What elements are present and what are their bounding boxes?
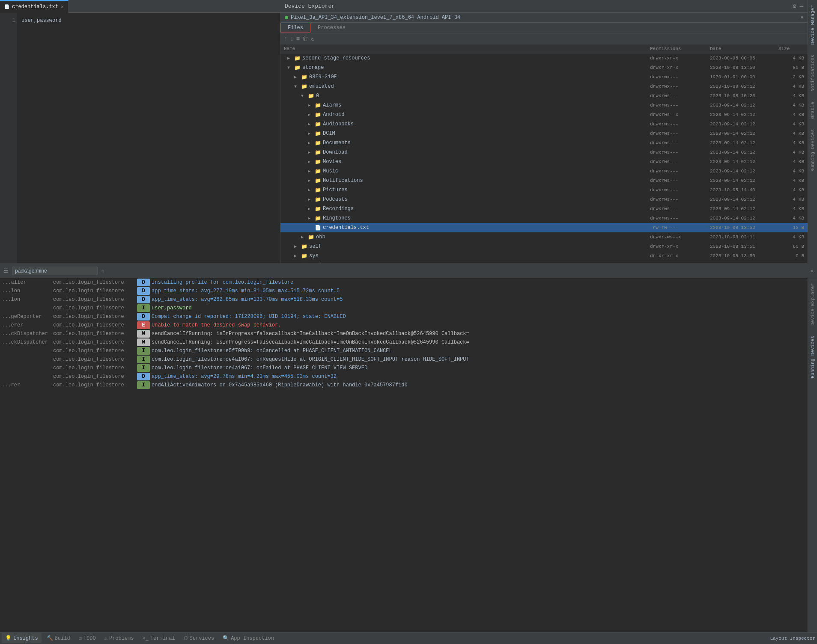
file-label[interactable]: system [309, 262, 328, 263]
file-label[interactable]: Download [323, 149, 348, 155]
file-label[interactable]: Movies [323, 159, 341, 165]
folder-arrow[interactable]: ▶ [308, 169, 313, 174]
file-row[interactable]: ▶ 📁 08F9-310E drwxrwx--- 1970-01-01 00:0… [280, 72, 808, 82]
logcat-row[interactable]: ...ckDispatcher com.leo.login_filestore … [0, 338, 808, 347]
refresh-icon[interactable]: ↻ [311, 35, 314, 42]
folder-arrow[interactable]: ▶ [308, 197, 313, 202]
credentials-tab[interactable]: 📄 credentials.txt ✕ [0, 0, 69, 13]
file-row[interactable]: ▶ 📁 self drwxr-xr-x 2023-10-08 13:51 60 … [280, 242, 808, 251]
file-label[interactable]: credentials.txt [323, 225, 369, 231]
bottom-tab-app-inspection[interactable]: 🔍 App Inspection [219, 633, 277, 643]
logcat-filter-input[interactable] [12, 267, 98, 275]
file-label[interactable]: second_stage_resources [302, 55, 370, 61]
logcat-sidebar-tab-running-devices[interactable]: Running Devices [808, 331, 817, 383]
tab-processes[interactable]: Processes [310, 23, 353, 33]
file-row[interactable]: ▼ 📁 0 drwxrws--- 2023-10-08 10:23 4 KB [280, 91, 808, 101]
file-label[interactable]: Audiobooks [323, 121, 354, 127]
file-label[interactable]: Android [323, 112, 344, 118]
editor-text[interactable]: user,password [17, 13, 280, 263]
file-label[interactable]: Documents [323, 140, 351, 146]
folder-arrow[interactable]: ▶ [294, 253, 299, 258]
folder-arrow[interactable]: ▶ [308, 131, 313, 136]
folder-arrow[interactable]: ▶ [308, 150, 313, 155]
folder-arrow[interactable]: ▶ [308, 178, 313, 183]
folder-arrow[interactable]: ▼ [301, 94, 306, 98]
file-label[interactable]: Ringtones [323, 215, 351, 221]
logcat-row[interactable]: com.leo.login_filestore D app_time_stats… [0, 372, 808, 381]
delete-icon[interactable]: 🗑 [302, 36, 308, 42]
logcat-star-icon[interactable]: ☆ [101, 267, 104, 274]
sidebar-tab-running-devices[interactable]: Running Devices [808, 124, 817, 177]
file-row[interactable]: ▶ 📁 Android drwxrws--x 2023-09-14 02:12 … [280, 110, 808, 119]
file-row[interactable]: ▶ 📁 Podcasts drwxrws--- 2023-09-14 02:12… [280, 195, 808, 204]
bottom-tab-todo[interactable]: ☑ TODO [75, 633, 99, 643]
file-row[interactable]: ▶ 📁 Recordings drwxrws--- 2023-09-14 02:… [280, 204, 808, 214]
file-row[interactable]: ▶ 📁 Alarms drwxrws--- 2023-09-14 02:12 4… [280, 101, 808, 110]
logcat-row[interactable]: ...erer com.leo.login_filestore E Unable… [0, 321, 808, 329]
bottom-tab-services[interactable]: ⬡ Services [180, 633, 218, 643]
file-row[interactable]: ▶ 📁 Movies drwxrws--- 2023-09-14 02:12 4… [280, 157, 808, 166]
file-row[interactable]: ▼ 📁 emulated drwxrwx--- 2023-10-08 02:12… [280, 82, 808, 91]
folder-arrow[interactable]: ▶ [294, 244, 299, 249]
file-row[interactable]: ▼ 📁 storage drwxr-xr-x 2023-10-08 13:50 … [280, 63, 808, 72]
file-label[interactable]: Recordings [323, 206, 354, 212]
folder-arrow[interactable]: ▶ [308, 122, 313, 127]
folder-arrow[interactable]: ▶ [308, 187, 313, 193]
file-row[interactable]: ▶ 📁 Notifications drwxrws--- 2023-09-14 … [280, 176, 808, 185]
file-label[interactable]: Pictures [323, 187, 348, 193]
file-row[interactable]: ▶ 📁 Documents drwxrws--- 2023-09-14 02:1… [280, 138, 808, 148]
file-row[interactable]: ▶ 📁 sys dr-xr-xr-x 2023-10-08 13:50 0 B [280, 251, 808, 261]
logcat-row[interactable]: com.leo.login_filestore I com.leo.login_… [0, 355, 808, 364]
folder-arrow[interactable]: ▶ [308, 140, 313, 145]
file-row[interactable]: ▶ 📁 Audiobooks drwxrws--- 2023-09-14 02:… [280, 119, 808, 129]
folder-arrow[interactable]: ▼ [294, 84, 299, 89]
folder-arrow[interactable]: ▶ [308, 206, 313, 211]
folder-arrow[interactable]: ▶ [308, 103, 313, 108]
sidebar-tab-notifications[interactable]: Notifications [808, 50, 817, 97]
tab-close-button[interactable]: ✕ [61, 4, 64, 9]
logcat-row[interactable]: ...rer com.leo.login_filestore I endAllA… [0, 381, 808, 389]
logcat-row[interactable]: ...lon com.leo.login_filestore D app_tim… [0, 295, 808, 304]
file-label[interactable]: 08F9-310E [309, 74, 337, 80]
file-label[interactable]: Podcasts [323, 196, 348, 202]
logcat-row[interactable]: ...geReporter com.leo.login_filestore D … [0, 312, 808, 321]
file-row[interactable]: ▶ 📁 system drwxr-xr-x 2023-08-05 00:18 4… [280, 261, 808, 263]
filter-icon[interactable]: ≡ [296, 36, 300, 42]
upload-icon[interactable]: ↑ [284, 36, 287, 42]
file-label[interactable]: sys [309, 253, 319, 259]
folder-arrow[interactable]: ▶ [287, 56, 292, 61]
bottom-tab-build[interactable]: 🔨 Build [43, 633, 74, 643]
file-label[interactable]: obb [316, 234, 325, 240]
minimize-icon[interactable]: — [800, 3, 803, 10]
file-row[interactable]: ▶ 📁 Ringtones drwxrws--- 2023-09-14 02:1… [280, 214, 808, 223]
bottom-tab-terminal[interactable]: >_ Terminal [139, 634, 179, 643]
file-row[interactable]: ▶ 📁 DCIM drwxrws--- 2023-09-14 02:12 4 K… [280, 129, 808, 138]
layout-inspector-button[interactable]: Layout Inspector [770, 636, 815, 641]
file-row[interactable]: ▶ 📁 Music drwxrws--- 2023-09-14 02:12 4 … [280, 166, 808, 176]
file-label[interactable]: DCIM [323, 131, 335, 137]
folder-arrow[interactable]: ▼ [287, 65, 292, 70]
folder-arrow[interactable]: ▶ [294, 74, 299, 80]
bottom-tab-problems[interactable]: ⚠ Problems [101, 633, 137, 643]
logcat-row[interactable]: com.leo.login_filestore I user,password [0, 304, 808, 312]
logcat-menu-icon[interactable]: ☰ [3, 267, 9, 274]
bottom-tab-insights[interactable]: 💡 Insights [2, 633, 42, 643]
settings-icon[interactable]: ⚙ [793, 3, 796, 10]
logcat-close-button[interactable]: ✕ [810, 267, 814, 274]
tab-files[interactable]: Files [280, 23, 310, 33]
file-label[interactable]: emulated [309, 83, 334, 89]
logcat-row[interactable]: com.leo.login_filestore I com.leo.login_… [0, 347, 808, 355]
logcat-sidebar-tab-device-explorer[interactable]: Device Explorer [808, 278, 817, 331]
file-row[interactable]: 📄 credentials.txt -rw-rw---- 2023-10-08 … [280, 223, 808, 232]
file-label[interactable]: 0 [316, 93, 319, 99]
sidebar-tab-device-manager[interactable]: Device Manager [808, 0, 817, 50]
folder-arrow[interactable]: ▶ [308, 159, 313, 164]
logcat-row[interactable]: ...ckDispatcher com.leo.login_filestore … [0, 329, 808, 338]
file-label[interactable]: storage [302, 65, 324, 71]
file-label[interactable]: Notifications [323, 178, 363, 184]
file-label[interactable]: self [309, 243, 322, 249]
logcat-row[interactable]: ...aller com.leo.login_filestore D Insta… [0, 278, 808, 287]
sidebar-tab-gradle[interactable]: Gradle [808, 97, 817, 124]
file-label[interactable]: Alarms [323, 102, 341, 108]
folder-arrow[interactable]: ▶ [301, 234, 306, 240]
